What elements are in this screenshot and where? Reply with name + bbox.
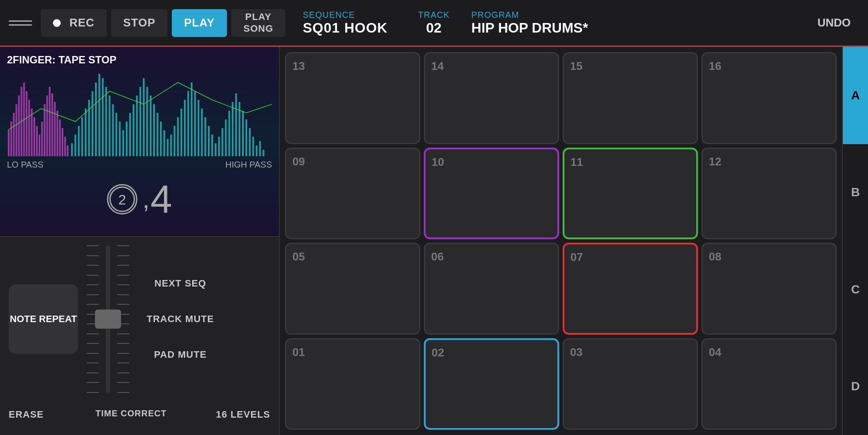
stop-button[interactable]: STOP bbox=[111, 9, 167, 37]
svg-rect-30 bbox=[92, 91, 93, 156]
svg-rect-53 bbox=[170, 135, 172, 156]
svg-rect-11 bbox=[36, 126, 38, 156]
track-info: TRACK 02 bbox=[418, 10, 450, 36]
svg-rect-79 bbox=[259, 141, 261, 156]
time-correct-button[interactable]: TIME CORRECT bbox=[95, 401, 167, 426]
sequence-label: SEQUENCE bbox=[303, 10, 388, 20]
bank-labels: A B C D bbox=[842, 47, 868, 435]
svg-rect-56 bbox=[180, 109, 182, 156]
note-repeat-button[interactable]: NOTE REPEAT bbox=[9, 284, 78, 354]
track-mute-button[interactable]: TRACK MUTE bbox=[147, 306, 214, 333]
right-buttons: NEXT SEQ TRACK MUTE PAD MUTE bbox=[147, 270, 214, 368]
pad-14[interactable]: 14 bbox=[424, 52, 559, 144]
svg-rect-52 bbox=[167, 139, 169, 156]
svg-rect-17 bbox=[51, 93, 53, 156]
sixteen-levels-button[interactable]: 16 LEVELS bbox=[216, 401, 270, 428]
svg-rect-39 bbox=[122, 130, 124, 156]
time-denominator: 4 bbox=[151, 180, 172, 219]
pad-05[interactable]: 05 bbox=[285, 243, 420, 335]
pad-15[interactable]: 15 bbox=[563, 52, 698, 144]
svg-rect-77 bbox=[252, 137, 254, 156]
slider-thumb[interactable] bbox=[95, 310, 121, 329]
svg-rect-9 bbox=[31, 109, 33, 156]
play-song-button[interactable]: PLAYSONG bbox=[231, 9, 285, 37]
program-value: HIP HOP DRUMS* bbox=[472, 20, 588, 36]
pad-04[interactable]: 04 bbox=[701, 338, 837, 430]
bank-a[interactable]: A bbox=[842, 47, 868, 144]
pad-12[interactable]: 12 bbox=[701, 148, 837, 240]
time-comma: , bbox=[142, 186, 150, 212]
pad-10[interactable]: 10 bbox=[424, 148, 559, 240]
svg-rect-42 bbox=[133, 104, 134, 156]
play-button[interactable]: PLAY bbox=[172, 9, 227, 37]
svg-rect-19 bbox=[56, 111, 58, 156]
pad-06[interactable]: 06 bbox=[424, 243, 559, 335]
svg-rect-58 bbox=[187, 91, 189, 156]
svg-rect-24 bbox=[71, 143, 73, 156]
svg-rect-13 bbox=[41, 122, 43, 156]
svg-rect-55 bbox=[177, 117, 179, 156]
pad-07[interactable]: 07 bbox=[563, 243, 698, 335]
svg-rect-38 bbox=[119, 122, 121, 156]
svg-rect-59 bbox=[191, 82, 193, 156]
pad-mute-button[interactable]: PAD MUTE bbox=[147, 341, 214, 368]
controls-area: NOTE REPEAT bbox=[0, 236, 279, 401]
pad-03[interactable]: 03 bbox=[563, 338, 698, 430]
svg-rect-33 bbox=[102, 78, 104, 156]
svg-rect-32 bbox=[98, 74, 100, 156]
svg-rect-40 bbox=[126, 122, 128, 156]
pad-16[interactable]: 16 bbox=[701, 52, 837, 144]
pad-13[interactable]: 13 bbox=[285, 52, 420, 144]
svg-rect-23 bbox=[67, 145, 69, 156]
svg-rect-8 bbox=[28, 100, 30, 156]
svg-rect-68 bbox=[222, 128, 223, 156]
pad-01[interactable]: 01 bbox=[285, 338, 420, 430]
svg-rect-62 bbox=[201, 109, 203, 156]
svg-rect-28 bbox=[85, 109, 86, 156]
pad-11[interactable]: 11 bbox=[563, 148, 698, 240]
svg-rect-14 bbox=[44, 104, 46, 156]
play-label: PLAY bbox=[184, 16, 215, 30]
bank-d[interactable]: D bbox=[842, 338, 868, 435]
undo-button[interactable]: UNDO bbox=[809, 12, 859, 34]
svg-rect-80 bbox=[262, 150, 264, 156]
slider-area bbox=[87, 245, 129, 393]
pad-08[interactable]: 08 bbox=[701, 243, 837, 335]
svg-rect-43 bbox=[136, 96, 138, 156]
filter-labels: LO PASS HIGH PASS bbox=[7, 160, 272, 170]
bank-c[interactable]: C bbox=[842, 241, 868, 338]
svg-rect-46 bbox=[146, 87, 148, 156]
pads-grid: 13141516091011120506070801020304 bbox=[280, 47, 842, 435]
svg-rect-16 bbox=[49, 87, 51, 156]
svg-rect-70 bbox=[228, 111, 230, 156]
svg-rect-69 bbox=[225, 119, 227, 156]
pad-02[interactable]: 02 bbox=[424, 338, 559, 430]
time-sig-circle: 2 bbox=[107, 184, 137, 214]
svg-rect-31 bbox=[95, 82, 97, 156]
bank-b[interactable]: B bbox=[842, 144, 868, 241]
sequence-value: SQ01 HOOK bbox=[303, 20, 388, 36]
svg-rect-22 bbox=[64, 137, 66, 156]
svg-rect-64 bbox=[208, 126, 210, 156]
top-bar: REC STOP PLAY PLAYSONG SEQUENCE SQ01 HOO… bbox=[0, 0, 868, 47]
svg-rect-48 bbox=[153, 104, 155, 156]
main-slider[interactable] bbox=[106, 245, 110, 393]
erase-button[interactable]: ERASE bbox=[9, 401, 44, 428]
svg-rect-41 bbox=[129, 113, 131, 156]
svg-rect-54 bbox=[174, 126, 175, 156]
pad-09[interactable]: 09 bbox=[285, 148, 420, 240]
svg-rect-49 bbox=[157, 113, 158, 156]
svg-rect-35 bbox=[109, 96, 111, 156]
svg-rect-71 bbox=[232, 102, 233, 156]
rec-button[interactable]: REC bbox=[41, 9, 107, 37]
svg-rect-27 bbox=[81, 117, 83, 156]
svg-rect-36 bbox=[112, 104, 114, 156]
svg-rect-47 bbox=[150, 96, 151, 156]
next-seq-button[interactable]: NEXT SEQ bbox=[147, 270, 214, 297]
menu-icon[interactable] bbox=[9, 20, 32, 26]
svg-rect-66 bbox=[215, 143, 216, 156]
high-pass-label: HIGH PASS bbox=[226, 160, 272, 170]
stop-label: STOP bbox=[123, 16, 155, 30]
svg-rect-51 bbox=[164, 130, 165, 156]
waveform-svg bbox=[7, 69, 272, 156]
